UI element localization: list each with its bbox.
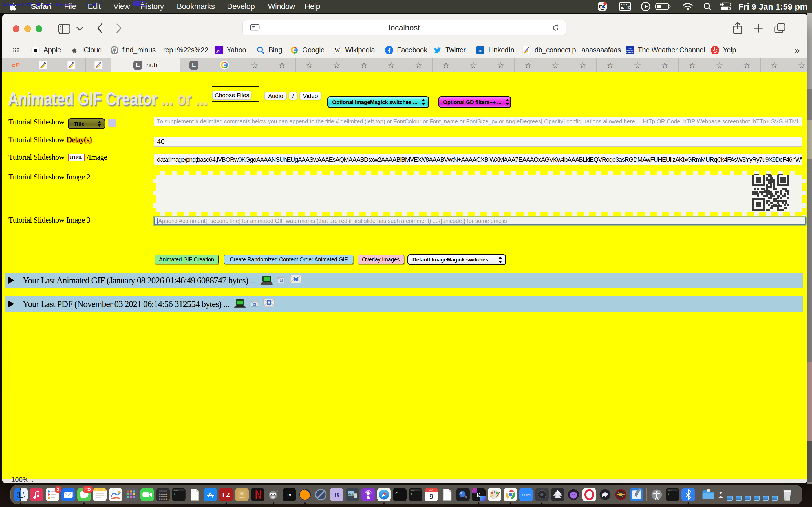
close-window-button[interactable]: [13, 25, 19, 32]
slash-button[interactable]: /: [289, 92, 297, 100]
dock-docwhite-icon[interactable]: [188, 488, 201, 501]
zoom-level[interactable]: 100% ⌄: [11, 476, 35, 483]
tab-favorites-5[interactable]: ☆: [378, 58, 405, 72]
bookmark-bing[interactable]: Bing: [256, 42, 282, 58]
tab-favorites-15[interactable]: ☆: [651, 58, 679, 72]
tab-pencil-1[interactable]: [29, 58, 57, 72]
bookmark-yahoo[interactable]: y!Yahoo: [214, 42, 246, 58]
dock-palette-icon[interactable]: [488, 488, 501, 501]
email-icon-large[interactable]: [263, 298, 274, 307]
play-circle-icon[interactable]: [641, 0, 651, 13]
dock-docwhite-icon[interactable]: [441, 488, 454, 501]
sidebar-toggle-icon[interactable]: [58, 24, 70, 34]
dock-minimized-window[interactable]: [763, 496, 769, 501]
laptop-icon[interactable]: [234, 299, 246, 309]
html-image-input[interactable]: data:image/png;base64,iVBORw0KGgoAAAANSU…: [154, 154, 802, 165]
dock-safari-icon[interactable]: [377, 488, 391, 501]
dock-purplecat-icon[interactable]: [567, 488, 580, 501]
bookmark-find-minus-rep-22s-22[interactable]: find_minus....rep+%22s%22: [110, 42, 208, 58]
bookmark-wikipedia[interactable]: WWikipedia: [333, 42, 375, 58]
overlay-images-button[interactable]: Overlay Images: [357, 255, 404, 264]
last-pdf-details[interactable]: Your Last PDF (November 03 2021 06:14:56…: [4, 296, 803, 312]
menu-window[interactable]: Window: [268, 0, 295, 13]
address-bar[interactable]: localhost: [243, 20, 566, 35]
dock-accessibility-icon[interactable]: [650, 488, 663, 501]
dock-contacts-icon[interactable]: [235, 488, 249, 501]
dock-downloads-icon[interactable]: [702, 488, 715, 501]
forward-button-icon[interactable]: [116, 23, 122, 33]
tab-favorites-9[interactable]: ☆: [487, 58, 515, 72]
dock-notes-icon[interactable]: [93, 488, 107, 501]
dock-roulette-icon[interactable]: [614, 488, 627, 501]
bookmark-google[interactable]: Google: [290, 42, 324, 58]
tab-favorites-2[interactable]: ☆: [296, 58, 323, 72]
tab-favorites-14[interactable]: ☆: [624, 58, 651, 72]
email-icon-small[interactable]: [278, 277, 285, 283]
title-select[interactable]: Title: [68, 118, 105, 129]
menu-view[interactable]: View: [113, 0, 130, 13]
dock-intellij-icon[interactable]: IJ: [472, 488, 486, 501]
menu-develop[interactable]: Develop: [227, 0, 255, 13]
delay-input[interactable]: 40: [154, 136, 802, 147]
bookmark-yelp[interactable]: Yelp: [711, 42, 736, 58]
bookmarks-overflow-chevron[interactable]: »: [795, 45, 800, 55]
dock-terminal2-icon[interactable]: >_: [393, 488, 407, 501]
minimize-window-button[interactable]: [24, 25, 31, 32]
default-imagemagick-select[interactable]: Default ImageMagick switches ...: [407, 255, 506, 265]
video-button[interactable]: Video: [299, 92, 321, 100]
menu-help[interactable]: Help: [305, 0, 320, 13]
title-comment-input[interactable]: To supplement # delimited comments below…: [154, 117, 802, 126]
tab-favorites-4[interactable]: ☆: [350, 58, 378, 72]
bookmark-linkedin[interactable]: inLinkedIn: [476, 42, 514, 58]
dock-facetime-icon[interactable]: [140, 488, 154, 501]
tab-favorites-19[interactable]: ☆: [761, 58, 788, 72]
dock-minimized-window[interactable]: [754, 496, 760, 501]
tab-favorites-12[interactable]: ☆: [569, 58, 597, 72]
dock-zoomapp-icon[interactable]: zoom: [519, 488, 533, 501]
tab-favorites-6[interactable]: ☆: [405, 58, 433, 72]
dock-messages-icon[interactable]: 203: [77, 488, 91, 501]
animated-gif-creation-button[interactable]: Animated GIF Creation: [154, 255, 218, 264]
dock-elephant-icon[interactable]: [598, 488, 612, 501]
dock-calculator-icon[interactable]: [156, 488, 170, 501]
dock-minimized-window[interactable]: [772, 496, 778, 501]
bookmark-icloud[interactable]: iCloud: [70, 42, 102, 58]
image3-input[interactable]: Append #comment[~second line] for animat…: [154, 217, 806, 225]
tab-favorites-1[interactable]: ☆: [268, 58, 296, 72]
dock-settingsdark-icon[interactable]: [535, 488, 549, 501]
reload-icon[interactable]: [552, 24, 560, 32]
dock-trash-icon[interactable]: [780, 488, 793, 501]
dock-terminal-icon[interactable]: exec$_: [666, 488, 679, 501]
dock-xcode-icon[interactable]: [630, 488, 644, 501]
dock-colormeter-icon[interactable]: [456, 488, 470, 501]
tab-favorites-0[interactable]: ☆: [241, 58, 268, 72]
dock-firefox-icon[interactable]: [298, 488, 312, 501]
control-center-icon[interactable]: [720, 0, 731, 13]
color-swatch[interactable]: [108, 119, 116, 127]
dock-minimized-window[interactable]: [726, 496, 733, 501]
bookmark-facebook[interactable]: Facebook: [385, 42, 427, 58]
dock-finder-icon[interactable]: [14, 488, 28, 501]
dock-music-icon[interactable]: [30, 488, 43, 501]
dock-bbedit-icon[interactable]: B: [330, 488, 343, 501]
dock-chrome-icon[interactable]: [504, 488, 517, 501]
dock-noentry-icon[interactable]: [314, 488, 327, 501]
tab-favorites-8[interactable]: ☆: [460, 58, 487, 72]
dock-terminal-icon[interactable]: exec$_: [172, 488, 186, 501]
tab-overview-icon[interactable]: [774, 22, 786, 34]
search-icon[interactable]: [703, 0, 712, 13]
dock-gimp-icon[interactable]: [267, 488, 280, 501]
dock-filezilla-icon[interactable]: FZ: [219, 488, 233, 501]
dock-netflix-icon[interactable]: [251, 488, 264, 501]
dock-photosdark-icon[interactable]: [346, 488, 359, 501]
dock-minifig-icon[interactable]: [717, 488, 724, 501]
randomized-gif-button[interactable]: Create Randomized Content Order Animated…: [224, 255, 353, 264]
dock-appstore-icon[interactable]: [204, 488, 217, 501]
imagemagick-switches-select[interactable]: Optional ImageMagick switches ...: [327, 96, 429, 108]
sidebar-chevron-icon[interactable]: [76, 26, 84, 31]
bookmark-the-weather-channel[interactable]: TheWeatherChannelThe Weather Channel: [625, 42, 705, 58]
tab-cpanel-0[interactable]: cP: [2, 58, 29, 72]
dock-freeform-icon[interactable]: [109, 488, 122, 501]
dock-podcasts-icon[interactable]: [361, 488, 375, 501]
email-icon-large[interactable]: [290, 275, 301, 283]
